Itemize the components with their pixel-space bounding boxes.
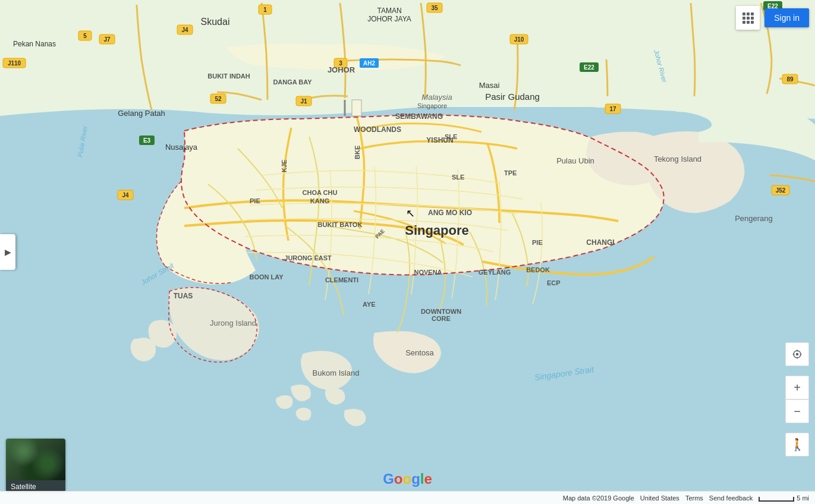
svg-text:TUAS: TUAS [174,292,193,300]
svg-text:J4: J4 [122,192,129,199]
svg-text:TAMAN: TAMAN [377,7,401,15]
svg-text:Pulau Ubin: Pulau Ubin [556,156,594,165]
svg-text:Gelang Patah: Gelang Patah [118,109,165,118]
svg-text:CLEMENTI: CLEMENTI [325,276,358,284]
svg-text:5: 5 [83,33,87,39]
svg-text:J10: J10 [514,36,524,43]
svg-text:↖: ↖ [406,207,415,219]
svg-text:YISHUN: YISHUN [426,136,453,144]
sign-in-button[interactable]: Sign in [764,8,809,27]
scale-line [759,497,794,502]
satellite-label: Satellite [6,480,65,492]
svg-text:JOHOR JAYA: JOHOR JAYA [367,15,411,23]
svg-text:AH2: AH2 [363,60,375,67]
scale-label: 5 mi [797,494,809,502]
svg-text:PIE: PIE [532,239,543,246]
svg-text:J7: J7 [103,36,111,43]
svg-text:CHANGI: CHANGI [586,238,614,247]
map-container[interactable]: E22 J7 J4 5 J110 1 3 [0,0,815,504]
zoom-out-button[interactable]: − [785,399,809,423]
svg-text:Skudai: Skudai [201,17,230,27]
svg-text:Singapore: Singapore [405,223,469,238]
map-data-text: Map data ©2019 Google [563,494,634,502]
svg-text:JURONG EAST: JURONG EAST [284,254,332,262]
svg-text:Masai: Masai [479,81,500,90]
svg-text:AYE: AYE [363,301,376,308]
svg-text:52: 52 [215,96,222,102]
satellite-thumbnail [6,439,65,480]
send-feedback-link[interactable]: Send feedback [709,494,753,502]
svg-text:JOHOR: JOHOR [328,65,355,74]
svg-text:ANG MO KIO: ANG MO KIO [428,209,472,217]
svg-text:SLE: SLE [452,174,464,181]
street-view-button[interactable]: 🚶 [785,433,809,456]
svg-text:WOODLANDS: WOODLANDS [354,125,401,134]
svg-text:Pengerang: Pengerang [735,214,773,223]
pegman-icon: 🚶 [790,437,805,452]
google-o2: o [402,471,411,487]
svg-text:BUKIT INDAH: BUKIT INDAH [207,73,250,80]
svg-text:17: 17 [609,106,616,112]
svg-text:DANGA BAY: DANGA BAY [273,78,312,86]
svg-text:Pasir Gudang: Pasir Gudang [485,92,540,102]
svg-text:J110: J110 [8,60,21,67]
svg-text:Singapore: Singapore [417,102,447,109]
svg-text:Tekong Island: Tekong Island [654,155,701,163]
top-controls: Sign in [736,6,809,30]
zoom-controls: + − 🚶 [785,342,809,456]
google-apps-button[interactable] [736,6,760,30]
apps-grid-icon [742,12,754,24]
svg-text:89: 89 [786,76,794,83]
chevron-right-icon: ▶ [5,247,11,257]
svg-text:J1: J1 [300,98,307,105]
bottom-bar: Map data ©2019 Google United States Term… [0,491,815,504]
svg-text:Nusajaya: Nusajaya [165,143,198,152]
location-target-icon [792,349,803,360]
left-panel-toggle-button[interactable]: ▶ [0,234,15,270]
svg-text:CORE: CORE [432,315,451,322]
svg-text:Sentosa: Sentosa [405,348,434,357]
google-g2: g [411,471,420,487]
svg-text:BOON LAY: BOON LAY [249,273,284,281]
svg-text:J52: J52 [776,187,786,194]
google-o1: o [394,471,403,487]
svg-text:BUKIT BATOK: BUKIT BATOK [318,221,363,228]
satellite-toggle[interactable]: Satellite [6,439,65,492]
svg-text:35: 35 [431,5,438,11]
map-svg: E22 J7 J4 5 J110 1 3 [0,0,815,504]
svg-text:PIE: PIE [250,197,260,204]
svg-text:E3: E3 [143,137,151,144]
svg-text:DOWNTOWN: DOWNTOWN [421,308,461,315]
svg-rect-2 [352,100,361,116]
svg-text:KANG: KANG [310,197,329,204]
region-link[interactable]: United States [640,494,679,502]
svg-text:E22: E22 [584,64,594,71]
my-location-button[interactable] [785,342,809,366]
zoom-in-button[interactable]: + [785,376,809,399]
svg-text:TPE: TPE [504,169,517,177]
svg-text:KJE: KJE [281,160,288,172]
google-g: G [383,471,394,487]
svg-point-92 [796,353,799,356]
svg-text:Pekan Nanas: Pekan Nanas [13,40,56,48]
google-logo: Google [383,471,432,487]
svg-text:BEDOK: BEDOK [526,266,550,273]
google-e: e [424,471,432,487]
svg-text:CHOA CHU: CHOA CHU [303,189,338,196]
svg-text:Bukom Island: Bukom Island [313,368,360,377]
svg-text:BKE: BKE [354,146,361,159]
svg-text:1: 1 [263,7,267,13]
svg-text:SEMBAWANG: SEMBAWANG [395,112,443,121]
satellite-image [6,439,65,480]
scale-bar: 5 mi [759,494,809,502]
svg-text:GEYLANG: GEYLANG [479,269,511,276]
svg-text:ECP: ECP [547,279,561,286]
svg-text:Jurong Island: Jurong Island [210,319,256,327]
svg-text:NOVENA: NOVENA [414,269,442,276]
svg-text:Malaysia: Malaysia [421,93,452,102]
svg-text:J4: J4 [181,27,188,33]
terms-link[interactable]: Terms [685,494,703,502]
